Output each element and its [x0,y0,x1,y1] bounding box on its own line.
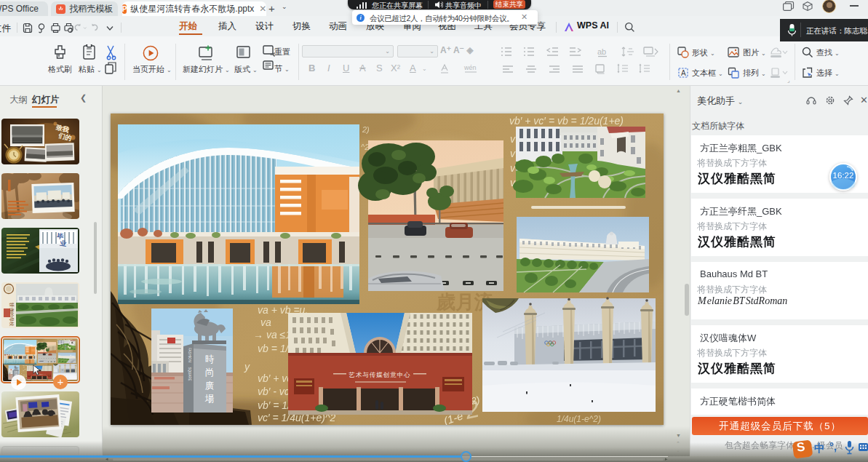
svg-text:业: 业 [59,239,67,247]
svg-text:wén: wén [463,64,477,71]
svg-text:A: A [681,69,686,77]
svg-text:ab: ab [597,47,606,56]
